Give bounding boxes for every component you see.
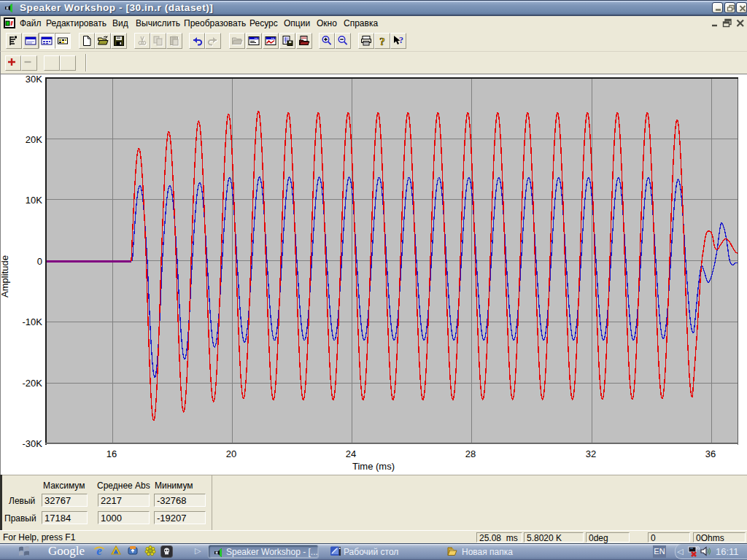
svg-text:e: e	[96, 545, 102, 556]
svg-text:24: 24	[346, 448, 356, 459]
svg-text:20: 20	[226, 448, 236, 459]
svg-text:?: ?	[379, 36, 385, 47]
svg-text:?: ?	[399, 35, 403, 45]
svg-text:Time (ms): Time (ms)	[352, 461, 395, 472]
svg-text:Amplitude: Amplitude	[0, 255, 10, 298]
svg-text:30K: 30K	[26, 74, 42, 85]
svg-text:28: 28	[465, 448, 476, 459]
svg-text:0: 0	[37, 256, 42, 267]
svg-text:16: 16	[107, 448, 117, 459]
svg-text:-20K: -20K	[23, 378, 43, 389]
svg-text:-30K: -30K	[23, 438, 43, 449]
svg-text:10K: 10K	[26, 195, 42, 206]
svg-text:36: 36	[705, 448, 716, 459]
svg-text:20K: 20K	[26, 134, 42, 145]
svg-text:32: 32	[586, 448, 596, 459]
svg-text:-10K: -10K	[23, 316, 43, 327]
